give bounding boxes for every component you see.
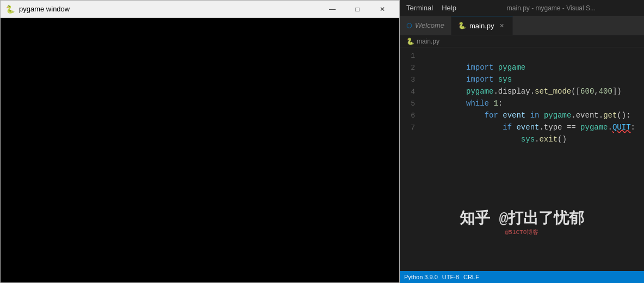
statusbar-encoding: UTF-8 — [442, 274, 459, 280]
code-lines: 1 import pygame 2 import sys 3 pygame.di… — [400, 47, 644, 271]
code-line-5: 5 for event in pygame.event.get(): — [400, 97, 644, 109]
code-line-6: 6 if event.type == pygame.QUIT: — [400, 109, 644, 121]
window-controls: — □ ✕ — [320, 1, 395, 18]
line-number-4: 4 — [400, 86, 420, 98]
maximize-button[interactable]: □ — [345, 1, 370, 18]
main-py-tab-label: main.py — [469, 22, 494, 30]
minimize-button[interactable]: — — [320, 1, 345, 18]
vscode-statusbar: Python 3.9.0 UTF-8 CRLF — [400, 271, 644, 283]
pygame-canvas — [1, 18, 399, 282]
tab-main-py[interactable]: 🐍 main.py ✕ — [451, 16, 513, 35]
pygame-window: 🐍 pygame window — □ ✕ — [0, 0, 400, 283]
python-breadcrumb-icon: 🐍 — [406, 38, 414, 45]
tab-welcome[interactable]: ⬡ Welcome — [400, 16, 451, 35]
line-content-7: sys.exit() — [420, 121, 644, 157]
line-number-2: 2 — [400, 62, 420, 74]
breadcrumb-text: main.py — [417, 38, 439, 45]
vscode-window-title: main.py - mygame - Visual S... — [465, 4, 637, 12]
close-button[interactable]: ✕ — [370, 1, 395, 18]
line-number-1: 1 — [400, 50, 420, 62]
vscode-tabs: ⬡ Welcome 🐍 main.py ✕ — [400, 16, 644, 35]
code-line-2: 2 import sys — [400, 61, 644, 73]
welcome-tab-label: Welcome — [415, 21, 444, 29]
close-tab-button[interactable]: ✕ — [497, 21, 506, 30]
code-line-1: 1 import pygame — [400, 50, 644, 61]
line-number-3: 3 — [400, 74, 420, 86]
statusbar-eol: CRLF — [463, 274, 479, 280]
statusbar-python: Python 3.9.0 — [404, 274, 438, 280]
python-file-icon: 🐍 — [458, 22, 466, 29]
code-line-7: 7 sys.exit() — [400, 121, 644, 133]
code-editor[interactable]: 1 import pygame 2 import sys 3 pygame.di… — [400, 47, 644, 271]
line-number-6: 6 — [400, 110, 420, 122]
code-line-4: 4 while 1: — [400, 85, 644, 97]
line-number-5: 5 — [400, 98, 420, 110]
pygame-titlebar: 🐍 pygame window — □ ✕ — [1, 1, 399, 18]
vscode-topbar: Terminal Help main.py - mygame - Visual … — [400, 0, 644, 16]
breadcrumb: 🐍 main.py — [400, 35, 644, 47]
pygame-icon: 🐍 — [5, 4, 15, 14]
welcome-tab-icon: ⬡ — [406, 22, 412, 29]
vscode-panel: Terminal Help main.py - mygame - Visual … — [400, 0, 644, 283]
line-number-7: 7 — [400, 122, 420, 134]
help-menu[interactable]: Help — [442, 4, 456, 12]
terminal-menu[interactable]: Terminal — [406, 4, 433, 12]
pygame-window-title: pygame window — [19, 5, 320, 13]
code-line-3: 3 pygame.display.set_mode([600,400]) — [400, 73, 644, 85]
